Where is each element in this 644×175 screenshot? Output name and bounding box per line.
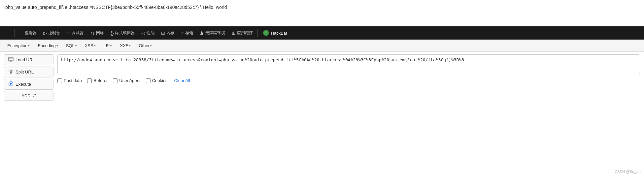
performance-icon: ◎ (141, 30, 145, 36)
hackbar-tab[interactable]: HackBar (260, 29, 291, 37)
url-input[interactable] (57, 54, 640, 74)
menu-other[interactable]: Other ▾ (135, 42, 155, 49)
performance-label: 性能 (147, 30, 154, 36)
toolbar-network[interactable]: ↑↓ 网络 (87, 29, 107, 37)
toolbar-responsive-icon[interactable]: ⬚ (3, 29, 12, 37)
svg-rect-1 (10, 61, 12, 62)
post-data-check[interactable] (57, 78, 62, 83)
url-area: Post data Referer User Agent Cookies Cle… (57, 54, 640, 101)
toolbar-inspector[interactable]: ⬚ 查看器 (17, 29, 39, 37)
execute-icon (8, 81, 14, 87)
encoding-chevron: ▾ (56, 44, 58, 47)
user-agent-label: User Agent (119, 78, 140, 83)
hackbar-main: Load URL Split URL (0, 52, 644, 103)
menu-encoding[interactable]: Encoding ▾ (34, 42, 61, 49)
toolbar-performance[interactable]: ◎ 性能 (139, 29, 157, 37)
referer-label: Referer (93, 78, 108, 83)
load-url-button[interactable]: Load URL (4, 54, 53, 65)
storage-label: 存储 (185, 30, 193, 36)
clear-all-link[interactable]: Clear All (174, 78, 190, 83)
network-icon: ↑↓ (90, 30, 95, 36)
footer-credit: CSDN @Sx_zzz (615, 170, 641, 174)
other-chevron: ▾ (150, 44, 152, 47)
execute-label: Execute (16, 82, 31, 87)
console-icon: ▷ (43, 30, 47, 36)
hackbar-panel: Encryption ▾ Encoding ▾ SQL ▾ XSS ▾ LFI … (0, 40, 644, 103)
debugger-icon: ◇ (67, 30, 70, 36)
lfi-chevron: ▾ (110, 44, 112, 47)
sql-chevron: ▾ (75, 44, 77, 47)
encryption-label: Encryption (7, 43, 27, 48)
xss-label: XSS (85, 43, 93, 48)
menu-sql[interactable]: SQL ▾ (63, 42, 80, 49)
style-icon: {} (111, 30, 114, 36)
application-label: 应用程序 (237, 30, 253, 36)
post-data-label: Post data (64, 78, 82, 83)
encryption-chevron: ▾ (28, 44, 30, 47)
toolbar-storage[interactable]: ≡ 存储 (178, 29, 195, 37)
cookies-checkbox[interactable]: Cookies (146, 78, 168, 83)
svg-marker-10 (10, 83, 12, 85)
menu-lfi[interactable]: LFI ▾ (100, 42, 116, 49)
encoding-label: Encoding (38, 43, 55, 48)
toolbar-divider-1 (14, 29, 15, 37)
user-agent-check[interactable] (113, 78, 118, 83)
cookies-check[interactable] (146, 78, 151, 83)
sql-label: SQL (66, 43, 75, 48)
toolbar-console[interactable]: ▷ 控制台 (41, 29, 63, 37)
sidebar-buttons: Load URL Split URL (4, 54, 53, 101)
cookies-label: Cookies (152, 78, 168, 83)
accessibility-label: 无障碍环境 (205, 30, 225, 36)
inspector-label: 查看器 (25, 30, 37, 36)
other-label: Other (139, 43, 150, 48)
application-icon: ⊞ (232, 30, 236, 36)
toolbar-accessibility[interactable]: ♟ 无障碍环境 (197, 29, 228, 37)
responsive-icon: ⬚ (5, 30, 10, 36)
xxe-chevron: ▾ (129, 44, 131, 47)
execute-button[interactable]: Execute (4, 79, 53, 90)
hackbar-icon (263, 30, 269, 36)
split-url-button[interactable]: Split URL (4, 67, 53, 77)
svg-rect-3 (9, 59, 12, 59)
debugger-label: 调试器 (72, 30, 84, 36)
accessibility-icon: ♟ (200, 30, 204, 36)
load-url-icon (8, 57, 14, 63)
browser-toolbar: ⬚ ⬚ 查看器 ▷ 控制台 ◇ 调试器 ↑↓ 网络 {} 样式编辑器 ◎ 性能 … (0, 26, 644, 40)
hackbar-label: HackBar (271, 31, 288, 36)
svg-rect-2 (9, 58, 13, 58)
network-label: 网络 (96, 30, 104, 36)
storage-icon: ≡ (181, 30, 184, 36)
referer-check[interactable] (87, 78, 92, 83)
page-content: php_value auto_prepend_fil\ e .htaccess … (0, 0, 644, 26)
menu-xxe[interactable]: XXE ▾ (117, 42, 134, 49)
toolbar-style-editor[interactable]: {} 样式编辑器 (108, 29, 137, 37)
toolbar-memory[interactable]: ⊞ 内存 (158, 29, 177, 37)
user-agent-checkbox[interactable]: User Agent (113, 78, 140, 83)
add-slash-label: ADD "/" (21, 93, 36, 98)
credit-text: CSDN @Sx_zzz (615, 170, 641, 174)
checkbox-row: Post data Referer User Agent Cookies Cle… (57, 77, 640, 84)
memory-icon: ⊞ (161, 30, 165, 36)
menu-encryption[interactable]: Encryption ▾ (4, 42, 33, 49)
split-url-label: Split URL (16, 70, 34, 74)
style-label: 样式编辑器 (115, 30, 135, 36)
menu-xss[interactable]: XSS ▾ (82, 42, 99, 49)
xss-chevron: ▾ (94, 44, 96, 47)
inspector-icon: ⬚ (19, 30, 23, 36)
load-url-label: Load URL (16, 57, 35, 62)
page-text: php_value auto_prepend_fil\ e .htaccess … (5, 5, 227, 10)
post-data-checkbox[interactable]: Post data (57, 78, 82, 83)
toolbar-divider-2 (257, 29, 258, 37)
console-label: 控制台 (48, 30, 60, 36)
lfi-label: LFI (104, 43, 110, 48)
xxe-label: XXE (120, 43, 128, 48)
toolbar-debugger[interactable]: ◇ 调试器 (64, 29, 86, 37)
split-url-icon (8, 69, 14, 75)
hackbar-menu: Encryption ▾ Encoding ▾ SQL ▾ XSS ▾ LFI … (0, 40, 644, 52)
referer-checkbox[interactable]: Referer (87, 78, 108, 83)
memory-label: 内存 (166, 30, 174, 36)
toolbar-application[interactable]: ⊞ 应用程序 (229, 29, 255, 37)
add-slash-button[interactable]: ADD "/" (4, 91, 53, 101)
